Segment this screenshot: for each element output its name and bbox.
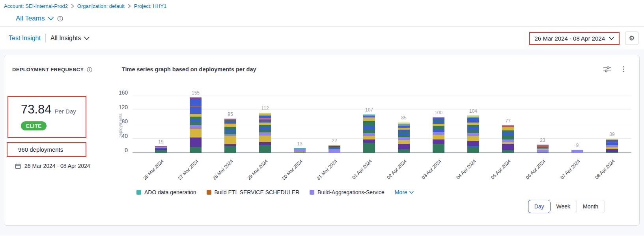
legend-more-link[interactable]: More	[395, 189, 414, 195]
breadcrumb-item[interactable]: Account: SEI-Internal-Prod2	[4, 3, 68, 9]
y-tick-label: 120	[109, 104, 128, 110]
bar-06-apr-2024[interactable]	[537, 145, 549, 153]
breadcrumb: Account: SEI-Internal-Prod2Organization:…	[4, 3, 644, 9]
date-range-label: 26 Mar 2024 - 08 Apr 2024	[535, 35, 605, 42]
bar-value-label: 77	[496, 118, 520, 124]
bar-segment	[259, 130, 271, 132]
x-tick-label: 30 Mar 2024	[269, 158, 304, 193]
bar-segment	[537, 152, 549, 153]
legend-items: ADO data generationBuild ETL SERVICE SCH…	[136, 189, 385, 195]
bar-29-mar-2024[interactable]	[259, 113, 271, 153]
legend-item[interactable]: ADO data generation	[136, 189, 196, 195]
bar-segment	[363, 143, 375, 153]
x-tick-label: 28 Mar 2024	[200, 158, 234, 193]
bar-value-label: 107	[357, 107, 381, 113]
legend-label: Build-Aggregations-Service	[317, 189, 385, 195]
granularity-toggle: DayWeekMonth	[528, 200, 605, 213]
legend-more-label: More	[395, 189, 407, 195]
bar-segment	[294, 152, 306, 153]
team-selector[interactable]: All Teams	[16, 15, 45, 22]
bar-26-mar-2024[interactable]	[155, 146, 167, 153]
breadcrumb-item[interactable]: Project: HHY1	[134, 3, 166, 9]
chevron-down-icon	[409, 191, 414, 194]
bar-28-mar-2024[interactable]	[224, 119, 236, 153]
breadcrumb-item[interactable]: Organization: default	[77, 3, 125, 9]
gridline	[133, 138, 631, 139]
bar-segment	[433, 139, 444, 144]
bar-08-apr-2024[interactable]	[606, 139, 618, 153]
x-tick-label: 29 Mar 2024	[234, 158, 269, 193]
granularity-day[interactable]: Day	[528, 200, 551, 213]
legend-swatch	[207, 190, 211, 195]
bar-segment	[259, 145, 271, 153]
insight-scope-dropdown[interactable]: All Insights	[50, 35, 90, 42]
bar-value-label: 104	[461, 108, 485, 114]
bar-segment	[502, 132, 514, 135]
bar-segment	[433, 144, 444, 153]
bar-value-label: 22	[323, 138, 346, 143]
legend-label: Build ETL SERVICE SCHEDULER	[215, 189, 300, 195]
bar-segment	[190, 99, 202, 106]
legend-label: ADO data generation	[144, 189, 196, 195]
bar-02-apr-2024[interactable]	[398, 123, 410, 153]
bar-05-apr-2024[interactable]	[502, 125, 514, 153]
bar-03-apr-2024[interactable]	[433, 117, 444, 153]
bar-value-label: 95	[218, 111, 242, 117]
top-header: Account: SEI-Internal-Prod2Organization:…	[0, 0, 644, 22]
dashboard-page: DEPLOYMENT FREQUENCY Time series graph b…	[0, 50, 644, 236]
x-tick-label: 01 Apr 2024	[338, 158, 373, 193]
bar-segment	[363, 118, 375, 121]
bar-segment	[433, 129, 444, 132]
bar-segment	[155, 150, 167, 153]
legend-swatch	[136, 190, 141, 195]
insight-toolbar-right: 26 Mar 2024 - 08 Apr 2024 ⚙	[529, 32, 638, 45]
bar-value-label: 100	[427, 110, 450, 115]
deployment-frequency-widget: DEPLOYMENT FREQUENCY Time series graph b…	[4, 55, 640, 226]
bar-01-apr-2024[interactable]	[363, 114, 375, 153]
bar-value-label: 13	[288, 141, 312, 147]
legend-item[interactable]: Build ETL SERVICE SCHEDULER	[207, 189, 300, 195]
bar-07-apr-2024[interactable]	[571, 150, 583, 153]
granularity-week[interactable]: Week	[550, 200, 577, 213]
legend-swatch	[310, 190, 314, 195]
date-range-picker[interactable]: 26 Mar 2024 - 08 Apr 2024	[535, 35, 614, 42]
chevron-down-icon[interactable]	[48, 17, 54, 20]
bar-value-label: 9	[566, 143, 589, 148]
bar-27-mar-2024[interactable]	[190, 97, 202, 153]
bar-segment	[398, 144, 410, 149]
bar-segment	[190, 114, 202, 117]
bar-segment	[502, 127, 514, 130]
bar-value-label: 85	[392, 115, 416, 121]
bar-30-mar-2024[interactable]	[294, 148, 306, 153]
bar-segment	[433, 135, 444, 139]
gridline	[133, 110, 631, 110]
insight-name-link[interactable]: Test Insight	[9, 35, 41, 42]
bar-segment	[329, 149, 340, 153]
x-tick-label: 05 Apr 2024	[477, 158, 512, 193]
bar-segment	[398, 149, 410, 153]
granularity-month[interactable]: Month	[577, 200, 605, 213]
bar-segment	[363, 130, 375, 133]
bar-segment	[502, 144, 514, 150]
bar-segment	[467, 118, 479, 123]
chevron-right-icon	[128, 4, 131, 8]
bar-segment	[433, 126, 444, 129]
insight-toolbar-left: Test Insight All Insights	[9, 34, 90, 43]
y-tick-label: 0	[109, 147, 128, 153]
bar-segment	[398, 140, 410, 144]
bar-segment	[190, 122, 202, 125]
bar-segment	[224, 127, 236, 130]
toolbar-divider	[45, 34, 46, 43]
bar-segment	[467, 136, 479, 141]
chevron-right-icon	[71, 4, 74, 8]
bar-segment	[363, 126, 375, 130]
bar-31-mar-2024[interactable]	[329, 145, 340, 153]
settings-button[interactable]: ⚙	[625, 32, 638, 45]
bar-04-apr-2024[interactable]	[467, 115, 479, 153]
legend-item[interactable]: Build-Aggregations-Service	[310, 189, 385, 195]
bar-segment	[259, 142, 271, 145]
chart-legend: ADO data generationBuild ETL SERVICE SCH…	[136, 189, 414, 195]
team-selector-row: All Teams	[16, 15, 644, 22]
bar-segment	[467, 130, 479, 133]
x-tick-label: 27 Mar 2024	[165, 158, 200, 193]
